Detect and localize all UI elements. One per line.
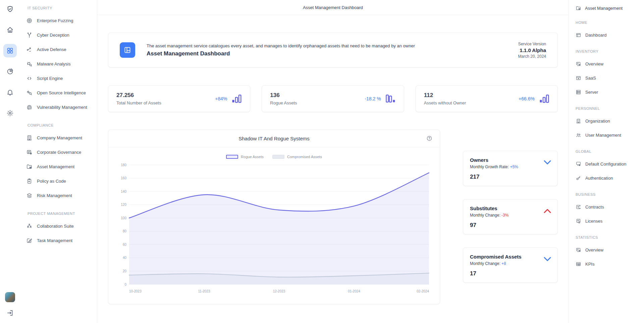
dashboard-grid-icon[interactable] xyxy=(3,44,17,57)
users-icon xyxy=(576,132,581,138)
clipboard-arrow-icon xyxy=(26,178,33,184)
sidebar-item-label: Task Management xyxy=(37,238,72,243)
svg-text:10-2023: 10-2023 xyxy=(129,289,142,293)
chart-legend: Rogue Assets Compromised Assets xyxy=(108,155,440,159)
rightbar-item-label: Server xyxy=(585,90,598,95)
side-cards-column: Owners Monthly Growth Rate: +5% 217 Subs… xyxy=(463,130,558,296)
legend-label: Compromised Assets xyxy=(287,155,322,159)
sidebar-item-vulnerability-management[interactable]: Vulnerability Management xyxy=(26,100,97,114)
rightbar-item-stats-overview[interactable]: Overview xyxy=(576,243,644,257)
sidebar-item-label: Malware Analysis xyxy=(37,61,70,66)
sidebar-item-task-management[interactable]: Task Management xyxy=(26,233,97,248)
stat-card-assets-without-owner: 112 Assets without Owner +66.6% xyxy=(416,85,558,112)
server-icon xyxy=(576,89,581,95)
sign-out-icon[interactable] xyxy=(3,306,17,320)
sidebar-item-malware-analysis[interactable]: Malware Analysis xyxy=(26,57,97,71)
scroll-icon xyxy=(576,204,581,210)
stat-change: +66.6% xyxy=(519,96,535,101)
sidebar-item-label: Script Engine xyxy=(37,76,63,81)
table-icon xyxy=(576,261,581,267)
banner-title: Asset Management Dashboard xyxy=(147,50,518,57)
rightbar-item-saas[interactable]: SaaS xyxy=(576,71,644,85)
rightbar-item-label: Overview xyxy=(585,61,603,66)
rightbar-item-licenses[interactable]: Licenses xyxy=(576,214,644,228)
svg-text:100: 100 xyxy=(121,216,126,220)
sidebar-item-collaboration-suite[interactable]: Collaboration Suite xyxy=(26,219,97,233)
compromised-assets-card: Compromised Assets Monthly Change: +8 17 xyxy=(463,247,558,283)
bars-down-icon xyxy=(386,94,396,103)
legend-item-rogue-assets[interactable]: Rogue Assets xyxy=(226,155,264,159)
right-sidebar-header[interactable]: Asset Management xyxy=(576,5,644,11)
svg-text:02-2024: 02-2024 xyxy=(417,289,429,293)
mini-card-sublabel: Monthly Growth Rate: xyxy=(470,165,509,169)
rightbar-item-label: Licenses xyxy=(585,219,602,224)
bars-up-icon xyxy=(539,94,549,103)
mini-card-title: Compromised Assets xyxy=(470,254,551,260)
svg-text:0: 0 xyxy=(124,283,126,286)
sidebar-item-open-source-intelligence[interactable]: Open Source Intelligence xyxy=(26,86,97,100)
stat-label: Rogue Assets xyxy=(270,100,365,105)
gear-icon[interactable] xyxy=(3,106,17,120)
section-label: PERSONNEL xyxy=(576,106,644,110)
rightbar-item-dashboard[interactable]: Dashboard xyxy=(576,28,644,42)
avatar[interactable] xyxy=(5,292,15,302)
home-icon[interactable] xyxy=(3,23,17,37)
mini-card-value: 97 xyxy=(470,222,551,229)
sidebar-item-company-management[interactable]: Company Management xyxy=(26,131,97,145)
sidebar-item-risk-management[interactable]: Risk Management xyxy=(26,188,97,203)
sidebar-item-label: Enterprise Fuzzing xyxy=(37,18,73,23)
rightbar-item-user-management[interactable]: User Management xyxy=(576,128,644,142)
rightbar-item-contracts[interactable]: Contracts xyxy=(576,200,644,214)
rightbar-item-server[interactable]: Server xyxy=(576,85,644,99)
svg-text:01-2024: 01-2024 xyxy=(348,289,360,293)
section-label: PROJECT MANAGEMENT xyxy=(28,212,97,216)
people-group-icon xyxy=(26,223,33,229)
sidebar-item-label: Risk Management xyxy=(37,193,72,198)
sidebar-item-label: Vulnerability Management xyxy=(37,105,87,110)
bug-search-icon xyxy=(26,61,33,67)
branch-icon xyxy=(26,32,33,38)
stat-value: 27.256 xyxy=(116,92,215,99)
rightbar-item-label: Overview xyxy=(585,247,603,252)
service-version-label: Service Version xyxy=(518,42,546,46)
sidebar-item-cyber-deception[interactable]: Cyber Deception xyxy=(26,28,97,42)
rightbar-item-authentication[interactable]: Authentication xyxy=(576,171,644,185)
section-label: COMPLIANCE xyxy=(28,123,97,127)
icon-rail xyxy=(0,0,20,323)
sidebar-item-enterprise-fuzzing[interactable]: Enterprise Fuzzing xyxy=(26,13,97,28)
chevron-down-icon[interactable] xyxy=(543,257,551,262)
sidebar-item-active-defense[interactable]: Active Defense xyxy=(26,42,97,57)
sidebar-item-corporate-governance[interactable]: Corporate Governance xyxy=(26,145,97,159)
sidebar-item-label: Corporate Governance xyxy=(37,150,81,155)
window-x-icon xyxy=(576,75,581,81)
chevron-down-icon[interactable] xyxy=(543,160,551,165)
monitor-gear-icon xyxy=(576,61,581,67)
mini-card-value: 217 xyxy=(470,174,551,180)
stat-label: Assets without Owner xyxy=(424,100,519,105)
owners-card: Owners Monthly Growth Rate: +5% 217 xyxy=(463,151,558,186)
bell-icon[interactable] xyxy=(3,86,17,99)
service-version-date: March 20, 2024 xyxy=(518,54,546,59)
mini-card-title: Owners xyxy=(470,157,551,163)
sidebar-item-label: Cyber Deception xyxy=(37,33,69,38)
mini-card-sublabel: Monthly Change: xyxy=(470,261,500,266)
rightbar-item-label: Dashboard xyxy=(585,33,607,38)
mini-card-title: Substitutes xyxy=(470,205,551,211)
sidebar-item-label: Active Defense xyxy=(37,47,66,52)
sidebar-item-asset-management[interactable]: Asset Management xyxy=(26,159,97,174)
key-icon xyxy=(576,175,581,181)
banner-description: The asset management service catalogues … xyxy=(147,43,518,48)
sidebar-item-policy-as-code[interactable]: Policy as Code xyxy=(26,174,97,188)
service-version-value: 1.1.0 Alpha xyxy=(518,47,546,53)
rightbar-item-organization[interactable]: Organization xyxy=(576,114,644,128)
sidebar-item-script-engine[interactable]: Script Engine xyxy=(26,71,97,86)
legend-item-compromised-assets[interactable]: Compromised Assets xyxy=(272,155,322,159)
rightbar-item-overview[interactable]: Overview xyxy=(576,57,644,71)
right-sidebar: Asset Management HOME Dashboard INVENTOR… xyxy=(569,0,644,323)
chevron-up-icon[interactable] xyxy=(543,208,551,214)
pie-chart-icon[interactable] xyxy=(3,65,17,78)
rightbar-item-kpis[interactable]: KPIs xyxy=(576,257,644,271)
rightbar-item-default-configuration[interactable]: Default Configuration xyxy=(576,157,644,171)
svg-text:40: 40 xyxy=(123,256,127,260)
help-icon[interactable] xyxy=(426,135,432,141)
